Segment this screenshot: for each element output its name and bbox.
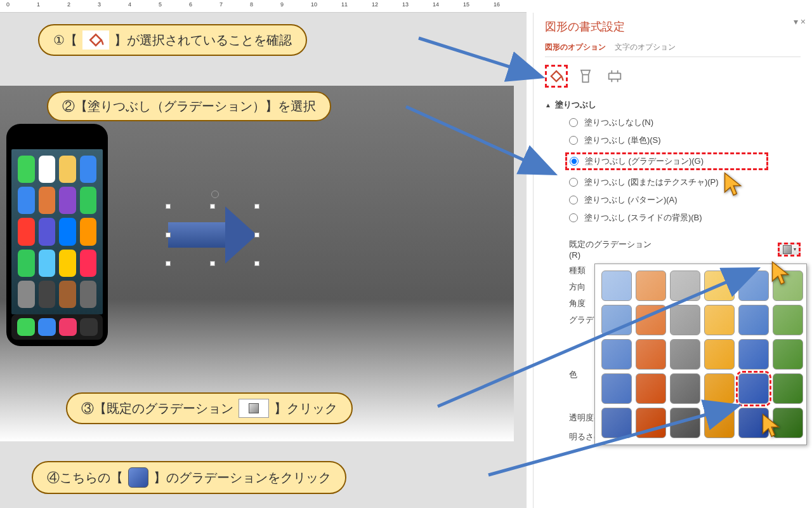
gradient-swatch[interactable] <box>704 339 735 370</box>
paint-bucket-icon <box>82 30 109 50</box>
callout-step-2: ②【塗りつぶし（グラデーション）】を選択 <box>47 91 331 121</box>
phone-dock <box>11 314 103 340</box>
radio-picture-fill[interactable]: 塗りつぶし (図またはテクスチャ)(P) <box>569 177 801 188</box>
radio-solid-fill[interactable]: 塗りつぶし (単色)(S) <box>569 135 801 146</box>
pane-title: 図形の書式設定 <box>545 19 801 34</box>
gradient-swatch[interactable] <box>738 271 769 301</box>
gradient-swatch[interactable] <box>670 305 700 335</box>
radio-no-fill[interactable]: 塗りつぶしなし(N) <box>569 117 801 128</box>
dropdown-icon <box>239 399 269 418</box>
gradient-swatch[interactable] <box>636 339 666 370</box>
gradient-swatch[interactable] <box>636 305 666 335</box>
horizontal-ruler: 012345678910111213141516 <box>0 0 527 13</box>
gradient-swatch[interactable] <box>636 373 666 404</box>
gradient-swatch[interactable] <box>670 408 700 438</box>
radio-pattern-fill[interactable]: 塗りつぶし (パターン)(A) <box>569 194 801 206</box>
preset-gradient-dropdown[interactable]: ▾ <box>778 243 801 257</box>
gradient-swatch[interactable] <box>738 373 769 404</box>
effects-icon[interactable] <box>574 65 597 88</box>
gradient-swatch[interactable] <box>601 305 632 335</box>
cursor-icon <box>761 413 780 438</box>
selected-arrow-shape[interactable] <box>168 206 257 264</box>
callout-step-1: ①【 】が選択されていることを確認 <box>38 24 307 56</box>
rotate-handle[interactable] <box>211 190 219 198</box>
gradient-swatch[interactable] <box>704 271 735 301</box>
phone-mockup <box>6 124 108 346</box>
tab-text-options[interactable]: 文字のオプション <box>615 42 676 53</box>
gradient-swatch[interactable] <box>773 305 803 335</box>
callout-step-4: ④こちらの【 】のグラデーションをクリック <box>32 461 346 494</box>
gradient-swatch[interactable] <box>601 408 632 438</box>
cursor-icon <box>723 171 742 197</box>
gradient-swatch[interactable] <box>704 408 735 438</box>
gradient-swatch[interactable] <box>773 373 803 404</box>
gradient-swatch[interactable] <box>670 373 700 404</box>
phone-screen <box>11 149 103 314</box>
gradient-swatch[interactable] <box>738 305 769 335</box>
fill-section-header[interactable]: ▲塗りつぶし <box>545 99 801 110</box>
gradient-swatch[interactable] <box>601 339 632 370</box>
fill-line-icon[interactable] <box>545 65 568 88</box>
gradient-swatch[interactable] <box>601 373 632 404</box>
gradient-swatch[interactable] <box>636 271 666 301</box>
gradient-swatch[interactable] <box>601 271 632 301</box>
radio-slide-bg-fill[interactable]: 塗りつぶし (スライドの背景)(B) <box>569 212 801 224</box>
slide-canvas[interactable] <box>0 13 527 508</box>
label-preset-gradient: 既定のグラデーション(R) <box>569 239 652 260</box>
gradient-swatch[interactable] <box>670 271 700 301</box>
size-properties-icon[interactable] <box>603 65 626 88</box>
gradient-swatch[interactable] <box>704 305 735 335</box>
gradient-swatch[interactable] <box>773 339 803 370</box>
radio-gradient-fill[interactable]: 塗りつぶし (グラデーション)(G) <box>565 152 768 170</box>
pane-controls[interactable]: ▾ × <box>794 17 806 27</box>
slide <box>0 86 514 441</box>
blue-swatch-icon <box>128 467 148 488</box>
gradient-swatch[interactable] <box>704 373 735 404</box>
tab-shape-options[interactable]: 図形のオプション <box>545 42 606 53</box>
gradient-swatch[interactable] <box>670 339 700 370</box>
cursor-icon <box>771 260 790 286</box>
gradient-swatch[interactable] <box>738 339 769 370</box>
gradient-swatch[interactable] <box>636 408 666 438</box>
callout-step-3: ③【既定のグラデーション 】クリック <box>66 392 353 424</box>
